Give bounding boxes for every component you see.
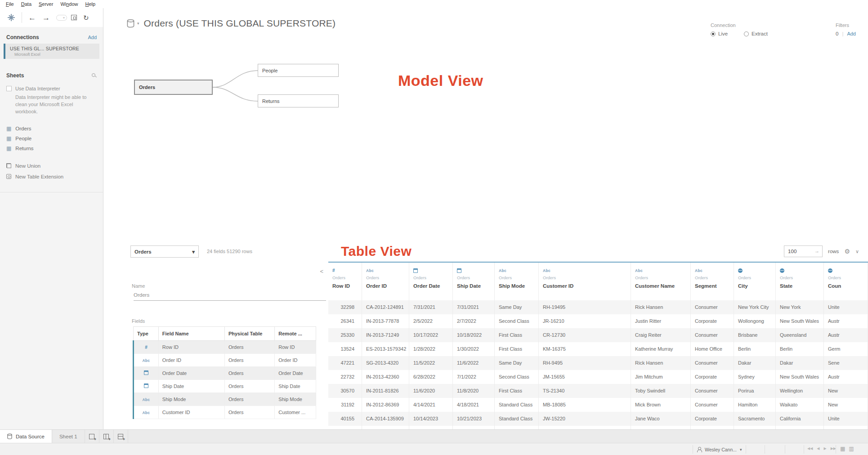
- grid-cell: Germ: [824, 342, 868, 356]
- connection-item[interactable]: USE THIS GL... SUPERSTORE Microsoft Exce…: [4, 44, 99, 59]
- grid-cell: 7/31/2021: [409, 300, 453, 314]
- refresh-icon[interactable]: ↻: [83, 14, 89, 21]
- menu-item-window[interactable]: Window: [57, 1, 81, 7]
- text-type-icon: Abc: [635, 268, 643, 273]
- tableau-logo-icon[interactable]: [7, 13, 15, 22]
- next-sheet-icon[interactable]: ▶: [823, 446, 826, 451]
- gear-icon[interactable]: ⚙: [844, 248, 850, 255]
- text-type-icon: Abc: [142, 410, 150, 415]
- grid-col-header-segment[interactable]: AbcOrdersSegment: [691, 263, 734, 300]
- fields-col-field-name[interactable]: Field Name: [158, 327, 224, 341]
- new-worksheet-button[interactable]: [85, 430, 99, 443]
- action-new-union[interactable]: New Union: [0, 161, 103, 171]
- grid-cell: Corporate: [691, 412, 734, 426]
- sheet-item-returns[interactable]: ▦Returns: [0, 143, 103, 153]
- tab-sheet-1[interactable]: Sheet 1: [52, 430, 85, 443]
- new-story-button[interactable]: [114, 430, 128, 443]
- tab-data-source[interactable]: Data Source: [0, 430, 52, 443]
- user-menu[interactable]: Wesley Cann... ▾: [693, 445, 746, 454]
- grid-col-header-customer-id[interactable]: AbcOrdersCustomer ID: [539, 263, 631, 300]
- date-type-icon: [457, 268, 461, 273]
- field-row-customer-id[interactable]: AbcCustomer IDOrdersCustomer ...: [134, 406, 316, 419]
- menu-item-data[interactable]: Data: [18, 1, 35, 7]
- grid-col-header-ship-mode[interactable]: AbcOrdersShip Mode: [495, 263, 539, 300]
- field-row-order-date[interactable]: Order DateOrdersOrder Date: [134, 367, 316, 380]
- connection-label: Connection: [711, 22, 768, 28]
- forward-icon[interactable]: →: [42, 14, 50, 22]
- add-filter-link[interactable]: Add: [847, 31, 856, 36]
- interpreter-label: Use Data Interpreter: [15, 86, 60, 91]
- radio-extract[interactable]: Extract: [744, 31, 768, 36]
- field-row-order-id[interactable]: AbcOrder IDOrdersOrder ID: [134, 354, 316, 367]
- grid-cell: RH-9495: [539, 356, 631, 370]
- show-filmstrip-icon[interactable]: ▥: [849, 446, 854, 452]
- grid-cell: Concord: [734, 426, 776, 429]
- grid-cell: CA-2012-116638: [362, 426, 409, 429]
- radio-live-icon[interactable]: [711, 31, 716, 36]
- grid-col-header-city[interactable]: OrdersCity: [734, 263, 776, 300]
- back-icon[interactable]: ←: [28, 14, 36, 22]
- checkbox-icon[interactable]: [6, 86, 12, 91]
- new-dashboard-button[interactable]: [99, 430, 114, 443]
- geo-type-icon: [828, 268, 832, 273]
- apply-rows-icon[interactable]: →: [814, 248, 819, 254]
- model-table-orders[interactable]: Orders: [134, 80, 213, 95]
- field-row-row-id[interactable]: #Row IDOrdersRow ID: [134, 341, 316, 354]
- sheet-item-people[interactable]: ▦People: [0, 134, 103, 143]
- date-type-icon: [413, 268, 418, 273]
- grid-cell: Dakar: [776, 356, 824, 370]
- grid-cell: 26341: [328, 314, 362, 328]
- grid-col-header-row-id[interactable]: #OrdersRow ID: [328, 263, 362, 300]
- grid-cell: Sene: [824, 356, 868, 370]
- new-datasource-icon[interactable]: ▾: [56, 15, 65, 21]
- action-new-table-extension[interactable]: New Table Extension: [0, 171, 103, 182]
- grid-col-source: Orders: [780, 275, 823, 280]
- radio-extract-icon[interactable]: [744, 31, 749, 36]
- grid-col-source: Orders: [366, 275, 409, 280]
- grid-cell: First Class: [495, 328, 539, 342]
- select-caret-icon: ▾: [192, 249, 195, 255]
- search-icon[interactable]: [91, 73, 97, 78]
- first-sheet-icon[interactable]: ◀◀: [807, 446, 813, 451]
- metadata-panel: < Name Orders Fields TypeField NamePhysi…: [128, 263, 330, 429]
- grid-col-header-ship-date[interactable]: OrdersShip Date: [453, 263, 495, 300]
- grid-col-header-customer-name[interactable]: AbcOrdersCustomer Name: [631, 263, 691, 300]
- add-connection-link[interactable]: Add: [88, 35, 97, 40]
- grid-cell: Sacramento: [734, 412, 776, 426]
- grid-cell: Toby Swindell: [631, 384, 691, 398]
- fields-col-type[interactable]: Type: [134, 327, 159, 341]
- model-table-returns[interactable]: Returns: [258, 94, 339, 107]
- grid-col-name: State: [780, 283, 823, 289]
- field-row-ship-date[interactable]: Ship DateOrdersShip Date: [134, 380, 316, 393]
- grid-col-header-order-id[interactable]: AbcOrdersOrder ID: [362, 263, 409, 300]
- collapse-panel-icon[interactable]: <: [320, 268, 323, 275]
- rows-count-input[interactable]: [784, 246, 811, 257]
- grid-col-header-coun[interactable]: OrdersCoun: [824, 263, 868, 300]
- table-row: 47221SG-2013-432011/5/202211/6/2022Same …: [328, 356, 868, 370]
- grid-cell: ES-2013-1579342: [362, 342, 409, 356]
- menu-item-help[interactable]: Help: [82, 1, 99, 7]
- radio-live[interactable]: Live: [711, 31, 728, 36]
- sheet-item-orders[interactable]: ▦Orders: [0, 124, 103, 134]
- model-table-people[interactable]: People: [258, 64, 339, 77]
- fields-header-row: TypeField NamePhysical TableRemote ...: [134, 327, 316, 341]
- prev-sheet-icon[interactable]: ◀: [817, 446, 819, 451]
- grid-cell: SG-2013-4320: [362, 356, 409, 370]
- name-input[interactable]: Orders: [134, 292, 326, 301]
- fields-table: TypeField NamePhysical TableRemote ... #…: [133, 326, 316, 419]
- grid-col-header-state[interactable]: OrdersState: [776, 263, 824, 300]
- grid-col-header-order-date[interactable]: OrdersOrder Date: [409, 263, 453, 300]
- field-row-ship-mode[interactable]: AbcShip ModeOrdersShip Mode: [134, 393, 316, 406]
- chevron-down-icon[interactable]: ∨: [855, 249, 859, 254]
- grid-cell: Second Class: [495, 426, 539, 429]
- use-data-interpreter-toggle[interactable]: Use Data Interpreter: [6, 86, 97, 91]
- fields-col-remote[interactable]: Remote ...: [275, 327, 316, 341]
- menu-item-server[interactable]: Server: [36, 1, 56, 7]
- menu-item-file[interactable]: File: [3, 1, 17, 7]
- fields-col-physical-table[interactable]: Physical Table: [224, 327, 274, 341]
- show-sheet-tabs-icon[interactable]: ▦: [840, 446, 845, 452]
- source-table-select[interactable]: Orders ▾: [130, 245, 199, 258]
- table-row: 32298CA-2012-1248917/31/20217/31/2021Sam…: [328, 300, 868, 314]
- save-icon[interactable]: [71, 15, 77, 20]
- grid-col-source: Orders: [828, 275, 868, 280]
